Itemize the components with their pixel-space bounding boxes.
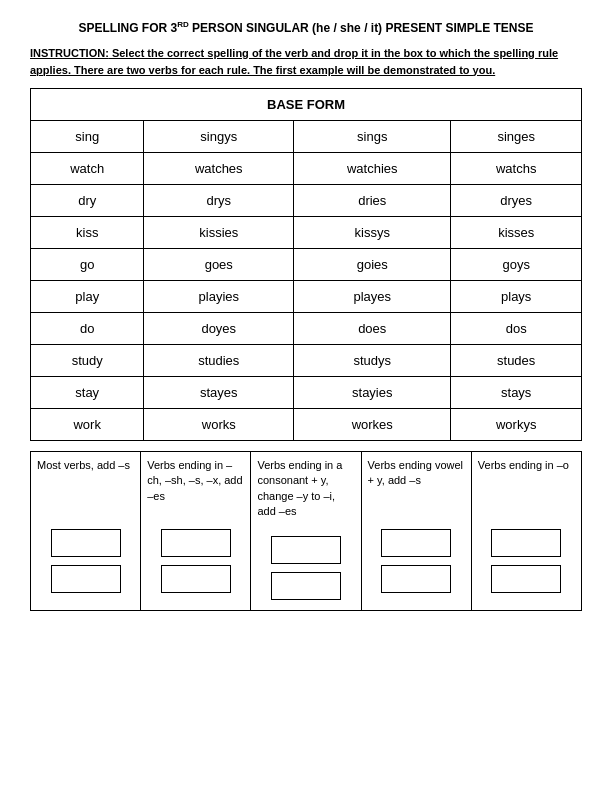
table-cell: dos bbox=[451, 313, 582, 345]
table-cell: watches bbox=[144, 153, 294, 185]
table-cell: stayies bbox=[294, 377, 451, 409]
table-cell: goies bbox=[294, 249, 451, 281]
bottom-section: Most verbs, add –sVerbs ending in –ch, –… bbox=[30, 451, 582, 611]
table-cell: playes bbox=[294, 281, 451, 313]
bottom-col: Verbs ending in –ch, –sh, –s, –x, add –e… bbox=[141, 452, 251, 610]
table-cell: work bbox=[31, 409, 144, 441]
bottom-col: Most verbs, add –s bbox=[31, 452, 141, 610]
answer-boxes-area bbox=[257, 532, 354, 604]
answer-boxes-area bbox=[478, 525, 575, 597]
table-cell: dry bbox=[31, 185, 144, 217]
answer-boxes-area bbox=[368, 525, 465, 597]
table-cell: watchs bbox=[451, 153, 582, 185]
table-cell: dries bbox=[294, 185, 451, 217]
table-cell: watchies bbox=[294, 153, 451, 185]
answer-box[interactable] bbox=[161, 565, 231, 593]
page-title: SPELLING FOR 3RD PERSON SINGULAR (he / s… bbox=[30, 20, 582, 35]
table-cell: does bbox=[294, 313, 451, 345]
table-header: BASE FORM bbox=[31, 89, 582, 121]
answer-box[interactable] bbox=[161, 529, 231, 557]
table-cell: kissys bbox=[294, 217, 451, 249]
answer-box[interactable] bbox=[271, 572, 341, 600]
table-cell: studies bbox=[144, 345, 294, 377]
table-cell: workys bbox=[451, 409, 582, 441]
table-cell: watch bbox=[31, 153, 144, 185]
table-cell: dryes bbox=[451, 185, 582, 217]
answer-box[interactable] bbox=[271, 536, 341, 564]
bottom-col: Verbs ending in –o bbox=[472, 452, 581, 610]
table-cell: drys bbox=[144, 185, 294, 217]
table-cell: plays bbox=[451, 281, 582, 313]
table-cell: stays bbox=[451, 377, 582, 409]
table-cell: goys bbox=[451, 249, 582, 281]
bottom-col: Verbs ending in a consonant + y, change … bbox=[251, 452, 361, 610]
answer-box[interactable] bbox=[381, 565, 451, 593]
table-cell: singys bbox=[144, 121, 294, 153]
answer-box[interactable] bbox=[491, 529, 561, 557]
table-cell: studys bbox=[294, 345, 451, 377]
table-cell: sings bbox=[294, 121, 451, 153]
table-cell: doyes bbox=[144, 313, 294, 345]
rule-text: Verbs ending vowel + y, add –s bbox=[368, 458, 465, 513]
table-cell: kiss bbox=[31, 217, 144, 249]
table-cell: play bbox=[31, 281, 144, 313]
table-cell: studes bbox=[451, 345, 582, 377]
table-cell: kisses bbox=[451, 217, 582, 249]
answer-boxes-area bbox=[37, 525, 134, 597]
table-cell: study bbox=[31, 345, 144, 377]
instruction: INSTRUCTION: Select the correct spelling… bbox=[30, 45, 582, 78]
answer-boxes-area bbox=[147, 525, 244, 597]
answer-box[interactable] bbox=[381, 529, 451, 557]
table-cell: go bbox=[31, 249, 144, 281]
rule-text: Most verbs, add –s bbox=[37, 458, 134, 513]
table-cell: singes bbox=[451, 121, 582, 153]
table-cell: works bbox=[144, 409, 294, 441]
table-cell: kissies bbox=[144, 217, 294, 249]
table-cell: sing bbox=[31, 121, 144, 153]
rule-text: Verbs ending in a consonant + y, change … bbox=[257, 458, 354, 520]
answer-box[interactable] bbox=[51, 529, 121, 557]
bottom-col: Verbs ending vowel + y, add –s bbox=[362, 452, 472, 610]
answer-box[interactable] bbox=[51, 565, 121, 593]
table-cell: do bbox=[31, 313, 144, 345]
table-cell: stayes bbox=[144, 377, 294, 409]
table-cell: stay bbox=[31, 377, 144, 409]
rule-text: Verbs ending in –o bbox=[478, 458, 575, 513]
table-cell: workes bbox=[294, 409, 451, 441]
answer-box[interactable] bbox=[491, 565, 561, 593]
rule-text: Verbs ending in –ch, –sh, –s, –x, add –e… bbox=[147, 458, 244, 513]
table-cell: goes bbox=[144, 249, 294, 281]
table-cell: playies bbox=[144, 281, 294, 313]
main-table: BASE FORM singsingyssingssingeswatchwatc… bbox=[30, 88, 582, 441]
